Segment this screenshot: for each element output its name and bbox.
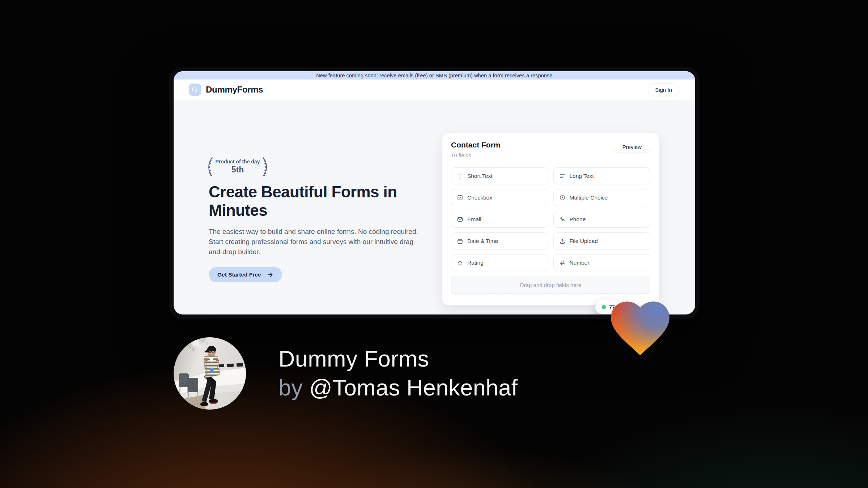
form-builder-card: Contact Form 10 fields Preview Short Tex…: [442, 133, 659, 305]
get-started-label: Get Started Free: [217, 271, 261, 278]
field-checkbox[interactable]: Checkbox: [451, 189, 548, 206]
field-email[interactable]: Email: [451, 211, 548, 228]
checkbox-icon: [457, 194, 463, 201]
credit-text: Dummy Forms by @Tomas Henkenhaf: [278, 344, 518, 402]
radio-icon: [559, 194, 566, 201]
award-line1: Product of the day: [216, 159, 260, 164]
hash-icon: [559, 260, 566, 266]
mail-icon: [457, 216, 463, 223]
star-icon: [457, 260, 463, 266]
field-phone[interactable]: Phone: [553, 211, 651, 228]
field-dropzone[interactable]: Drag and drop fields here: [451, 276, 650, 294]
dropzone-text: Drag and drop fields here: [520, 282, 581, 288]
laurel-right-icon: [261, 157, 271, 177]
credit-by: by: [278, 375, 303, 400]
brand: DummyForms: [189, 84, 263, 96]
announcement-text: New feature coming soon: receive emails …: [316, 73, 552, 78]
field-file-upload[interactable]: File Upload: [553, 232, 651, 249]
app-window: New feature coming soon: receive emails …: [170, 67, 699, 318]
app-window-content: New feature coming soon: receive emails …: [174, 71, 695, 314]
field-date-time[interactable]: Date & Time: [451, 232, 548, 249]
hero-description: The easiest way to build and share onlin…: [209, 227, 418, 257]
get-started-button[interactable]: Get Started Free: [209, 267, 282, 282]
calendar-icon: [457, 238, 463, 244]
upload-icon: [559, 238, 566, 244]
top-navigation: DummyForms Sign In: [174, 80, 695, 100]
field-multiple-choice[interactable]: Multiple Choice: [553, 189, 651, 206]
product-of-day-badge: Product of the day 5th: [209, 157, 267, 177]
creator-avatar: [174, 337, 246, 410]
form-field-count: 10 fields: [451, 152, 501, 158]
brand-logo-icon: [189, 84, 201, 96]
form-title: Contact Form: [451, 141, 501, 149]
sign-in-button[interactable]: Sign In: [648, 84, 679, 96]
field-long-text[interactable]: Long Text: [553, 167, 651, 184]
field-rating[interactable]: Rating: [451, 254, 548, 271]
brand-name: DummyForms: [206, 85, 263, 95]
page-title: Create Beautiful Forms in Minutes: [209, 183, 411, 219]
credit-handle: @Tomas Henkenhaf: [309, 375, 518, 400]
field-number[interactable]: Number: [553, 254, 651, 271]
type-icon: [457, 173, 463, 179]
credit-title: Dummy Forms: [278, 344, 518, 373]
laurel-left-icon: [205, 157, 214, 177]
field-short-text[interactable]: Short Text: [451, 167, 548, 184]
phone-icon: [559, 216, 566, 223]
align-left-icon: [559, 173, 566, 179]
arrow-right-icon: [267, 271, 273, 278]
heart-icon: [605, 293, 675, 357]
preview-button[interactable]: Preview: [614, 141, 650, 153]
announcement-banner: New feature coming soon: receive emails …: [174, 71, 695, 80]
award-line2: 5th: [216, 165, 260, 175]
field-palette: Short Text Long Text Checkbox Multiple C…: [451, 167, 650, 271]
hero-section: Product of the day 5th: [174, 100, 695, 314]
